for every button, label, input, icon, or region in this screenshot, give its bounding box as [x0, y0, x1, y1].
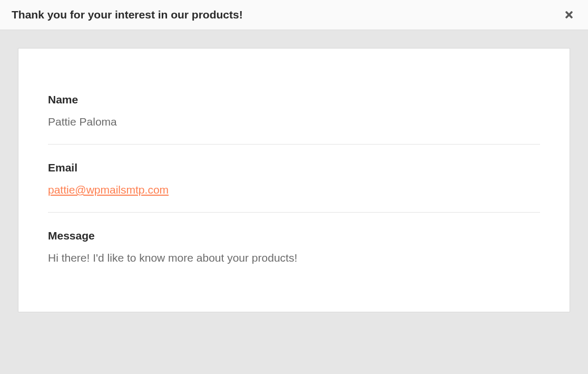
modal-header: Thank you for your interest in our produ…: [0, 0, 588, 30]
message-value: Hi there! I'd like to know more about yo…: [48, 252, 540, 264]
email-link[interactable]: pattie@wpmailsmtp.com: [48, 184, 169, 196]
field-name: Name Pattie Paloma: [48, 93, 540, 128]
field-message: Message Hi there! I'd like to know more …: [48, 229, 540, 264]
content-wrapper: Name Pattie Paloma Email pattie@wpmailsm…: [0, 30, 588, 312]
field-email: Email pattie@wpmailsmtp.com: [48, 161, 540, 196]
close-button[interactable]: [562, 7, 576, 22]
divider: [48, 212, 540, 213]
email-label: Email: [48, 161, 540, 174]
divider: [48, 144, 540, 145]
close-icon: [564, 9, 574, 20]
name-value: Pattie Paloma: [48, 116, 540, 128]
name-label: Name: [48, 93, 540, 106]
modal-title: Thank you for your interest in our produ…: [12, 8, 243, 21]
form-summary-card: Name Pattie Paloma Email pattie@wpmailsm…: [18, 48, 570, 312]
message-label: Message: [48, 229, 540, 242]
